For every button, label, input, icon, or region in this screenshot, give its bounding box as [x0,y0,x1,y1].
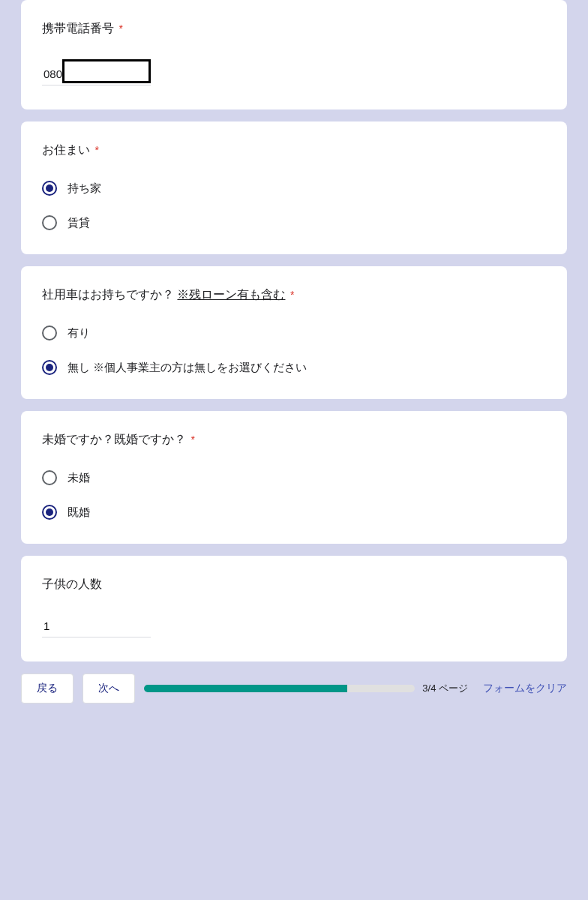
question-label: 社用車はお持ちですか？ [42,288,174,301]
radio-label: 持ち家 [68,182,101,196]
required-star: * [94,144,98,156]
progress-fill [144,685,347,692]
required-star: * [290,289,294,301]
radio-label: 無し ※個人事業主の方は無しをお選びください [68,361,307,375]
radio-label: 賃貸 [68,216,90,230]
children-input[interactable] [42,615,151,638]
radio-option-married[interactable]: 既婚 [42,505,546,520]
question-note: ※残ローン有も含む [177,288,285,301]
radio-icon [42,326,57,340]
progress-wrap: 3/4 ページ [144,682,468,695]
radio-icon [42,505,57,520]
question-card-children: 子供の人数 [21,556,567,662]
question-title: 未婚ですか？既婚ですか？ * [42,432,546,448]
question-label: 携帯電話番号 [42,22,114,34]
radio-icon [42,181,57,196]
progress-bar [144,685,415,692]
phone-input-wrap[interactable]: 080 [42,59,151,86]
question-label: お住まい [42,143,90,156]
next-button[interactable]: 次へ [82,674,135,704]
question-card-housing: お住まい * 持ち家 賃貸 [21,122,567,254]
redacted-box [62,59,151,83]
radio-label: 未婚 [68,471,90,485]
page-label: 3/4 ページ [422,682,468,695]
back-button[interactable]: 戻る [21,674,74,704]
phone-input-row: 080 [42,59,546,86]
radio-icon [42,215,57,230]
radio-option-no[interactable]: 無し ※個人事業主の方は無しをお選びください [42,360,546,375]
question-card-phone: 携帯電話番号 * 080 [21,0,567,110]
radio-icon [42,360,57,375]
radio-icon [42,470,57,485]
clear-form-link[interactable]: フォームをクリア [483,682,567,695]
question-title: 社用車はお持ちですか？ ※残ローン有も含む * [42,287,546,303]
radio-option-ownhome[interactable]: 持ち家 [42,181,546,196]
radio-option-yes[interactable]: 有り [42,326,546,340]
radio-label: 既婚 [68,506,90,520]
radio-option-rental[interactable]: 賃貸 [42,215,546,230]
phone-prefix: 080 [42,68,62,85]
required-star: * [190,434,194,446]
required-star: * [118,22,122,34]
question-card-marital: 未婚ですか？既婚ですか？ * 未婚 既婚 [21,411,567,544]
options-block: 有り 無し ※個人事業主の方は無しをお選びください [42,326,546,375]
form-footer: 戻る 次へ 3/4 ページ フォームをクリア [21,674,567,704]
question-label: 未婚ですか？既婚ですか？ [42,433,186,446]
question-title: お住まい * [42,142,546,158]
options-block: 未婚 既婚 [42,470,546,520]
options-block: 持ち家 賃貸 [42,181,546,230]
question-label: 子供の人数 [42,578,102,590]
radio-label: 有り [68,326,90,340]
question-title: 携帯電話番号 * [42,21,546,37]
question-card-company-car: 社用車はお持ちですか？ ※残ローン有も含む * 有り 無し ※個人事業主の方は無… [21,266,567,399]
radio-option-single[interactable]: 未婚 [42,470,546,485]
question-title: 子供の人数 [42,577,546,592]
